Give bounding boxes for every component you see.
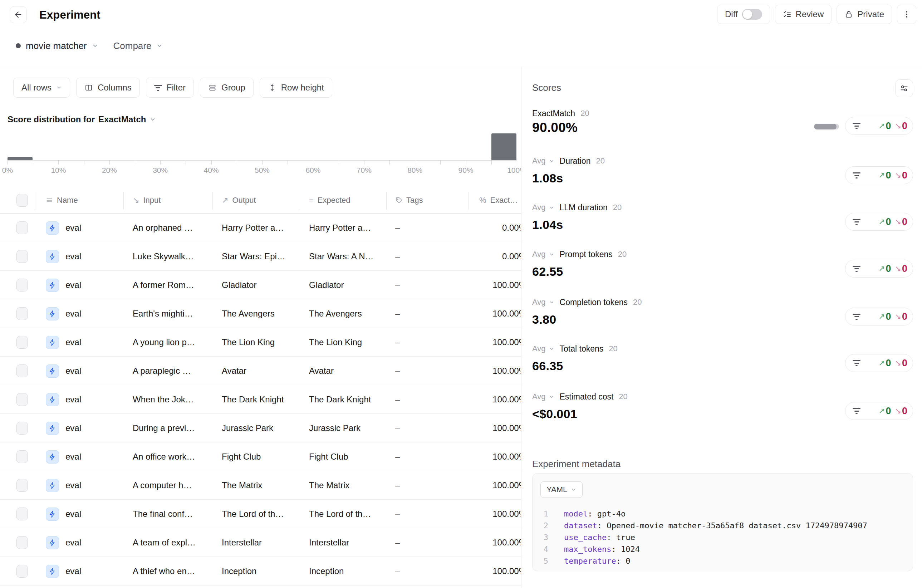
row-checkbox[interactable] xyxy=(16,422,28,434)
back-button[interactable] xyxy=(10,6,27,23)
columns-button[interactable]: Columns xyxy=(76,78,140,98)
row-name: eval xyxy=(65,223,81,233)
table-row[interactable]: eval A young lion p… The Lion King The L… xyxy=(0,328,521,357)
row-checkbox[interactable] xyxy=(16,536,28,549)
scores-settings-button[interactable] xyxy=(895,79,913,97)
row-checkbox[interactable] xyxy=(16,307,28,320)
metric-count: 20 xyxy=(609,344,617,353)
row-height-button[interactable]: Row height xyxy=(260,78,332,98)
row-tags: – xyxy=(395,528,400,557)
row-checkbox[interactable] xyxy=(16,336,28,349)
row-checkbox[interactable] xyxy=(16,479,28,492)
row-checkbox[interactable] xyxy=(16,279,28,291)
code-line: 2 dataset: Opened-movie matcher-35a65af8… xyxy=(533,520,913,531)
metadata-format-dropdown[interactable]: YAML xyxy=(540,482,583,498)
more-menu-button[interactable] xyxy=(897,5,916,24)
row-input: A paraplegic … xyxy=(133,357,191,385)
arrow-left-icon xyxy=(13,10,23,19)
column-header-exactmatch[interactable]: % ExactMatch xyxy=(479,189,519,211)
row-checkbox[interactable] xyxy=(16,565,28,578)
table-row[interactable]: eval Earth's mighti… The Avengers The Av… xyxy=(0,299,521,328)
row-score: 100.00% xyxy=(469,443,521,471)
experiment-name-dropdown[interactable]: movie matcher xyxy=(26,41,87,52)
metric-filter-pill[interactable]: ↗0 ↘0 xyxy=(845,354,913,372)
review-button[interactable]: Review xyxy=(775,5,832,24)
row-expected: Inception xyxy=(309,557,344,585)
x-tick-label: 50% xyxy=(246,166,278,175)
column-header-expected[interactable]: = Expected xyxy=(309,189,350,211)
row-checkbox[interactable] xyxy=(16,364,28,377)
review-label: Review xyxy=(796,9,824,19)
table-row[interactable]: eval Luke Skywalk… Star Wars: Epi… Star … xyxy=(0,242,521,271)
x-tick-label: 10% xyxy=(42,166,74,175)
row-input: Earth's mighti… xyxy=(133,299,193,328)
private-button[interactable]: Private xyxy=(837,5,892,24)
metric-value: 62.55 xyxy=(532,265,563,279)
metric-label: Duration xyxy=(560,156,591,166)
compare-dropdown[interactable]: Compare xyxy=(113,41,152,52)
results-panel: All rows Columns Filter Group Row height… xyxy=(0,67,521,588)
metric-filter-pill[interactable]: ↗0 ↘0 xyxy=(845,166,913,184)
aggregation-dropdown[interactable]: Avg xyxy=(532,297,546,307)
table-row[interactable]: eval A former Rom… Gladiator Gladiator –… xyxy=(0,271,521,299)
row-expected: The Avengers xyxy=(309,299,362,328)
aggregation-dropdown[interactable]: Avg xyxy=(532,250,546,259)
yaml-key: dataset xyxy=(564,521,597,530)
row-score: 0.00% xyxy=(469,214,521,242)
column-header-output[interactable]: ↗ Output xyxy=(222,189,256,211)
regressions-count: 0 xyxy=(902,170,907,181)
table-row[interactable]: eval During a previ… Jurassic Park Juras… xyxy=(0,414,521,443)
header-actions: Diff Review Private xyxy=(717,5,916,24)
rows-filter-button[interactable]: All rows xyxy=(13,78,70,98)
chevron-down-icon xyxy=(549,158,554,164)
row-score: 100.00% xyxy=(469,471,521,500)
filter-button[interactable]: Filter xyxy=(146,78,194,98)
aggregation-dropdown[interactable]: Avg xyxy=(532,156,546,166)
row-checkbox[interactable] xyxy=(16,450,28,463)
yaml-key: model xyxy=(564,509,588,518)
table-row[interactable]: eval A computer h… The Matrix The Matrix… xyxy=(0,471,521,500)
metric-filter-pill[interactable]: ↗0 ↘0 xyxy=(845,260,913,278)
metric-filter-pill[interactable]: ↗0 ↘0 xyxy=(845,402,913,420)
table-row[interactable]: eval An orphaned … Harry Potter a… Harry… xyxy=(0,214,521,242)
column-header-name[interactable]: Name xyxy=(46,189,78,211)
table-row[interactable]: eval The final conf… The Lord of th… The… xyxy=(0,500,521,528)
row-checkbox[interactable] xyxy=(16,508,28,520)
row-output: The Matrix xyxy=(222,471,262,500)
eval-zap-icon xyxy=(46,479,59,492)
metric-label: Estimated cost xyxy=(560,392,614,402)
metric-label: Total tokens xyxy=(560,344,604,354)
aggregation-dropdown[interactable]: Avg xyxy=(532,203,546,212)
eval-zap-icon xyxy=(46,450,59,464)
improvements-arrow-icon: ↗ xyxy=(878,312,885,321)
row-checkbox[interactable] xyxy=(16,250,28,263)
diff-toggle-button[interactable]: Diff xyxy=(717,5,770,24)
metric-count: 20 xyxy=(596,156,605,166)
column-header-input[interactable]: ↘ Input xyxy=(133,189,160,211)
code-line: 3 use_cache: true xyxy=(533,531,913,543)
aggregation-dropdown[interactable]: Avg xyxy=(532,392,546,401)
table-row[interactable]: eval When the Jok… The Dark Knight The D… xyxy=(0,385,521,414)
metric-filter-pill[interactable]: ↗0 ↘0 xyxy=(845,308,913,325)
table-row[interactable]: eval A paraplegic … Avatar Avatar – 100.… xyxy=(0,357,521,385)
score-distribution-selector[interactable]: Score distribution for ExactMatch xyxy=(8,114,156,124)
diff-toggle-switch[interactable] xyxy=(742,9,762,20)
score-filter-pill[interactable]: ↗0 ↘0 xyxy=(845,117,913,135)
aggregation-dropdown[interactable]: Avg xyxy=(532,344,546,353)
table-row[interactable]: eval A thief who en… Inception Inception… xyxy=(0,557,521,585)
group-button[interactable]: Group xyxy=(200,78,253,98)
row-output: Harry Potter a… xyxy=(222,214,284,242)
regressions-count: 0 xyxy=(902,406,907,416)
eval-zap-icon xyxy=(46,221,59,235)
row-checkbox[interactable] xyxy=(16,221,28,234)
table-row[interactable]: eval A team of expl… Interstellar Inters… xyxy=(0,528,521,557)
score-count: 20 xyxy=(580,109,589,118)
table-row[interactable]: eval An office work… Fight Club Fight Cl… xyxy=(0,443,521,471)
select-all-checkbox[interactable] xyxy=(16,194,28,207)
row-score: 0.00% xyxy=(469,242,521,271)
row-score: 100.00% xyxy=(469,328,521,357)
row-checkbox[interactable] xyxy=(16,393,28,406)
column-header-tags[interactable]: Tags xyxy=(395,189,423,211)
metric-filter-pill[interactable]: ↗0 ↘0 xyxy=(845,213,913,231)
row-tags: – xyxy=(395,299,400,328)
